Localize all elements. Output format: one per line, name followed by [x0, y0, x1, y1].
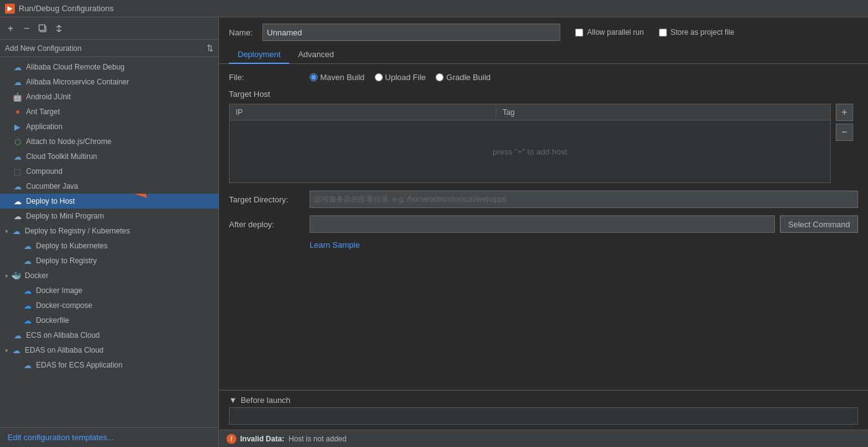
- tab-deployment[interactable]: Deployment: [229, 46, 289, 64]
- before-launch-section: ▼ Before launch: [219, 390, 868, 430]
- name-label: Name:: [229, 28, 253, 37]
- maven-build-option[interactable]: Maven Build: [310, 73, 365, 82]
- title-bar: ▶ Run/Debug Configurations: [0, 0, 868, 17]
- list-item[interactable]: ✦ Ant Target: [0, 104, 218, 119]
- host-table-buttons: + −: [836, 104, 853, 141]
- item-label: Android JUnit: [26, 93, 71, 101]
- sidebar-item-dockerfile[interactable]: ☁ Dockerfile: [0, 313, 218, 328]
- sidebar-item-deploy-to-kubernetes[interactable]: ☁ Deploy to Kubernetes: [0, 238, 218, 253]
- store-project-file-label: Store as project file: [671, 28, 735, 37]
- main-layout: + − Add New Configuration ⇅ ☁ Alibaba Cl…: [0, 17, 868, 447]
- host-table-body: press "+" to add host: [230, 120, 830, 183]
- cloud-icon: ☁: [22, 241, 32, 251]
- maven-build-radio[interactable]: [310, 73, 318, 81]
- sidebar-item-deploy-to-host[interactable]: ☁ Deploy to Host: [0, 194, 218, 209]
- cloud-icon: ☁: [12, 330, 22, 340]
- name-input[interactable]: [262, 24, 560, 41]
- app-icon: ▶: [5, 4, 15, 14]
- ip-col-header: IP: [230, 108, 496, 117]
- cloud-icon: ☁: [22, 360, 32, 370]
- item-label: Deploy to Host: [26, 197, 75, 205]
- item-label: Cucumber Java: [26, 182, 78, 191]
- config-list: ☁ Alibaba Cloud Remote Debug ☁ Alibaba M…: [0, 57, 218, 427]
- compound-icon: ⬚: [12, 166, 22, 176]
- cucumber-icon: ☁: [12, 181, 22, 191]
- upload-file-option[interactable]: Upload File: [375, 73, 426, 82]
- status-error-detail: Host is not added: [289, 435, 346, 443]
- file-options: Maven Build Upload File Gradle Build: [310, 73, 491, 82]
- chevron-down-icon: ▾: [2, 346, 10, 354]
- toolbar: + −: [0, 17, 218, 40]
- item-label: Dockerfile: [36, 316, 69, 325]
- list-item[interactable]: ☁ Alibaba Cloud Remote Debug: [0, 60, 218, 74]
- upload-file-radio[interactable]: [375, 73, 383, 81]
- before-launch-header[interactable]: ▼ Before launch: [229, 395, 858, 405]
- learn-sample-link[interactable]: Learn Sample: [310, 240, 858, 250]
- sidebar-item-docker[interactable]: ▾ 🐳 Docker: [0, 268, 218, 283]
- sidebar-item-docker-image[interactable]: ☁ Docker Image: [0, 283, 218, 298]
- cloud-icon: ☁: [12, 77, 22, 87]
- after-deploy-row: After deploy: Select Command: [229, 215, 858, 233]
- sidebar-item-deploy-to-mini-program[interactable]: ☁ Deploy to Mini Program: [0, 209, 218, 224]
- bottom-bar: Edit configuration templates...: [0, 427, 218, 447]
- item-label: EDAS for ECS Application: [36, 361, 122, 369]
- remove-config-button[interactable]: −: [20, 22, 34, 35]
- add-host-placeholder: press "+" to add host: [493, 147, 567, 156]
- sidebar-item-edas-ecs-app[interactable]: ☁ EDAS for ECS Application: [0, 358, 218, 372]
- status-text: Invalid Data: Host is not added: [240, 435, 346, 443]
- add-host-button[interactable]: +: [836, 104, 853, 121]
- status-error-label: Invalid Data:: [240, 435, 284, 443]
- svg-rect-1: [39, 25, 45, 30]
- cloud-icon: ☁: [12, 62, 22, 72]
- move-config-button[interactable]: [52, 22, 66, 35]
- sort-icon[interactable]: ⇅: [207, 43, 213, 53]
- sidebar-item-cucumber-java[interactable]: ☁ Cucumber Java: [0, 179, 218, 194]
- edit-templates-link[interactable]: Edit configuration templates...: [7, 433, 114, 442]
- after-deploy-controls: Select Command: [310, 215, 858, 233]
- error-icon: !: [226, 434, 236, 444]
- docker-icon: 🐳: [11, 271, 21, 281]
- add-config-button[interactable]: +: [4, 22, 17, 35]
- allow-parallel-checkbox[interactable]: [575, 29, 583, 37]
- docker-icon: ☁: [22, 300, 32, 310]
- android-icon: 🤖: [12, 92, 22, 102]
- list-item[interactable]: ☁ Cloud Toolkit Multirun: [0, 149, 218, 164]
- ant-icon: ✦: [12, 107, 22, 117]
- tab-content-deployment: File: Maven Build Upload File Gradle Bui…: [219, 64, 868, 390]
- item-label: Application: [26, 122, 63, 131]
- tag-col-header: Tag: [496, 108, 830, 117]
- sidebar-item-docker-compose[interactable]: ☁ Docker-compose: [0, 298, 218, 313]
- list-item[interactable]: ☁ Alibaba Microservice Container: [0, 74, 218, 89]
- copy-config-button[interactable]: [36, 22, 50, 35]
- cloud-icon: ☁: [22, 256, 32, 266]
- cloud-icon: ☁: [12, 151, 22, 161]
- file-row: File: Maven Build Upload File Gradle Bui…: [229, 73, 858, 82]
- chevron-down-icon: ▾: [2, 227, 10, 235]
- list-item[interactable]: 🤖 Android JUnit: [0, 89, 218, 104]
- sidebar-item-deploy-to-registry[interactable]: ☁ Deploy to Registry: [0, 253, 218, 268]
- gradle-build-radio[interactable]: [436, 73, 444, 81]
- item-label: Alibaba Cloud Remote Debug: [26, 63, 125, 71]
- docker-icon: ☁: [22, 315, 32, 325]
- gradle-build-option[interactable]: Gradle Build: [436, 73, 491, 82]
- sidebar-item-ecs[interactable]: ☁ ECS on Alibaba Cloud: [0, 328, 218, 343]
- store-project-file-checkbox[interactable]: [659, 29, 667, 37]
- sidebar-item-application[interactable]: ▶ Application: [0, 119, 218, 134]
- list-item[interactable]: ⬡ Attach to Node.js/Chrome: [0, 134, 218, 149]
- status-bar: ! Invalid Data: Host is not added: [219, 430, 868, 447]
- remove-host-button[interactable]: −: [836, 124, 853, 141]
- sidebar-item-deploy-registry-kubernetes[interactable]: ▾ ☁ Deploy to Registry / Kubernetes: [0, 224, 218, 238]
- host-table: IP Tag press "+" to add host: [229, 104, 831, 183]
- after-deploy-input[interactable]: [310, 215, 775, 233]
- select-command-button[interactable]: Select Command: [780, 215, 858, 233]
- sidebar-item-compound[interactable]: ⬚ Compound: [0, 164, 218, 179]
- item-label: Attach to Node.js/Chrome: [26, 137, 111, 146]
- node-icon: ⬡: [12, 137, 22, 147]
- target-dir-input[interactable]: [310, 191, 858, 208]
- sidebar-item-edas[interactable]: ▾ ☁ EDAS on Alibaba Cloud: [0, 343, 218, 358]
- cloud-icon: ☁: [11, 345, 21, 355]
- item-label: Compound: [26, 167, 63, 176]
- panel-header-title: Add New Configuration: [5, 44, 81, 53]
- tab-advanced[interactable]: Advanced: [289, 46, 342, 64]
- allow-parallel-group: Allow parallel run: [575, 28, 643, 37]
